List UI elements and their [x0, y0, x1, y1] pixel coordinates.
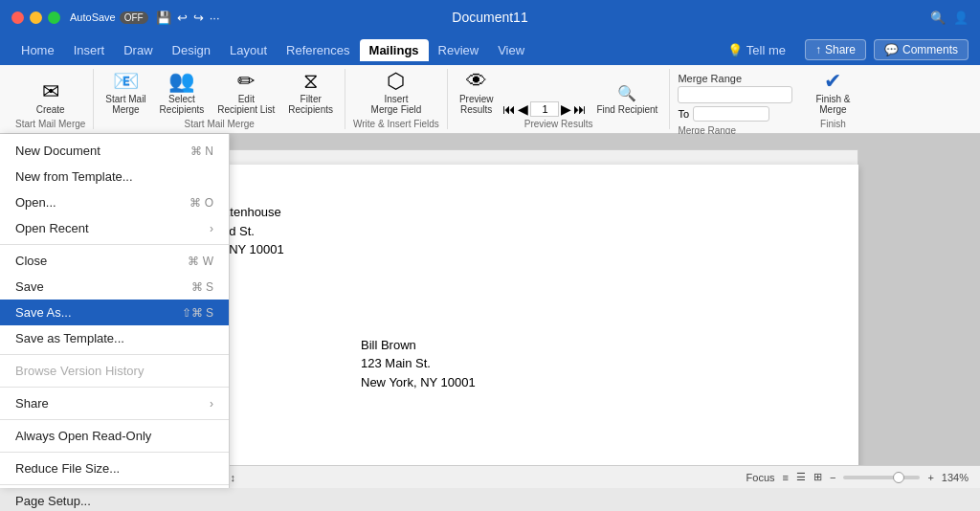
tell-me-label[interactable]: Tell me [746, 43, 786, 57]
search-icon[interactable]: 🔍 [930, 11, 946, 25]
finish-merge-button[interactable]: ✔ Finish &Merge [812, 69, 854, 117]
tab-insert[interactable]: Insert [64, 39, 115, 61]
tab-home[interactable]: Home [11, 39, 64, 61]
zoom-thumb[interactable] [893, 472, 904, 483]
menu-shortcut: ⌘ O [189, 196, 213, 210]
redo-icon[interactable]: ↪ [193, 11, 204, 25]
record-number-input[interactable] [530, 101, 559, 117]
share-button[interactable]: ↑ Share [805, 39, 866, 60]
menu-item-open---[interactable]: Open...⌘ O [0, 189, 229, 215]
mail-merge-icon: 📧 [113, 71, 139, 92]
ribbon-group-preview: 👁 PreviewResults ⏮ ◀ ▶ ⏭ 🔍 Find Recipien… [448, 69, 671, 129]
recipient-line1: 123 Main St. [361, 354, 811, 373]
comments-button[interactable]: 💬 Comments [874, 39, 969, 60]
preview-results-label: Preview Results [524, 117, 593, 129]
zoom-out-icon[interactable]: − [830, 472, 835, 483]
more-icon[interactable]: ··· [210, 11, 220, 25]
edit-recipient-list-button[interactable]: ✏ EditRecipient List [213, 69, 278, 117]
read-mode-icon[interactable]: ⊞ [813, 471, 822, 483]
tab-references[interactable]: References [277, 39, 359, 61]
sender-line1: 456 Second St. [169, 222, 811, 241]
ribbon-content: ✉ Create Start Mail Merge 📧 Start MailMe… [0, 65, 980, 134]
insert-field-icon: ⬡ [387, 71, 405, 92]
document-title: Document11 [452, 10, 527, 25]
share-icon: ↑ [815, 43, 821, 56]
first-record-icon[interactable]: ⏮ [502, 101, 516, 117]
title-right-buttons: 🔍 👤 [930, 11, 969, 25]
profile-icon[interactable]: 👤 [953, 11, 969, 25]
zoom-in-icon[interactable]: + [927, 472, 933, 483]
menu-shortcut: ⇧⌘ S [182, 306, 213, 320]
insert-merge-field-button[interactable]: ⬡ InsertMerge Field [368, 69, 426, 117]
menu-item-browse-version-history: Browse Version History [0, 358, 229, 384]
menu-separator [0, 419, 229, 420]
menu-item-save-as-template---[interactable]: Save as Template... [0, 325, 229, 351]
menu-item-new-document[interactable]: New Document⌘ N [0, 138, 229, 164]
menu-item-label: Close [15, 254, 47, 268]
last-record-icon[interactable]: ⏭ [573, 101, 587, 117]
menu-item-save-as---[interactable]: Save As...⇧⌘ S [0, 300, 229, 325]
ribbon-group-write-insert: ⬡ InsertMerge Field Write & Insert Field… [345, 69, 448, 129]
document-page[interactable]: Sandy Writtenhouse 456 Second St. New Yo… [122, 165, 858, 473]
create-button[interactable]: ✉ Create [32, 79, 70, 117]
menu-item-page-setup---[interactable]: Page Setup... [0, 488, 229, 511]
view-mode-icon[interactable]: ≡ [783, 472, 789, 483]
sender-name: Sandy Writtenhouse [169, 203, 811, 222]
submenu-arrow-icon: › [210, 397, 213, 411]
undo-icon[interactable]: ↩ [177, 11, 188, 25]
preview-results-button[interactable]: 👁 PreviewResults [456, 69, 498, 117]
merge-range-header: Merge Range [678, 73, 796, 84]
submenu-arrow-icon: › [210, 222, 213, 235]
menu-item-reduce-file-size---[interactable]: Reduce File Size... [0, 455, 229, 481]
filter-recipients-button[interactable]: ⧖ FilterRecipients [284, 69, 337, 117]
tab-design[interactable]: Design [163, 39, 220, 61]
merge-range-section: Merge Range To Merge Range [670, 69, 804, 129]
track-changes-icon[interactable]: ↕ [231, 472, 236, 483]
save-icon[interactable]: 💾 [156, 11, 171, 25]
menu-separator [0, 354, 229, 355]
tab-view[interactable]: View [488, 39, 534, 61]
find-icon: 🔍 [617, 84, 636, 102]
menu-item-save[interactable]: Save⌘ S [0, 274, 229, 300]
start-mail-merge-button[interactable]: 📧 Start MailMerge [101, 69, 149, 117]
menu-item-label: Save as Template... [15, 331, 124, 345]
file-menu: New Document⌘ NNew from Template...Open.… [0, 134, 230, 488]
find-recipient-button[interactable]: 🔍 Find Recipient [592, 82, 661, 117]
title-bar: AutoSave OFF 💾 ↩ ↪ ··· Document11 🔍 👤 [0, 0, 980, 34]
ribbon-tabs: Home Insert Draw Design Layout Reference… [0, 34, 980, 65]
maximize-button[interactable] [48, 11, 60, 24]
menu-item-new-from-template---[interactable]: New from Template... [0, 164, 229, 189]
menu-item-label: Save As... [15, 305, 72, 320]
tab-draw[interactable]: Draw [114, 39, 162, 61]
prev-record-icon[interactable]: ◀ [518, 101, 528, 117]
preview-icon: 👁 [466, 71, 487, 92]
zoom-slider[interactable] [843, 476, 920, 479]
merge-range-input[interactable] [678, 86, 792, 103]
select-recipients-button[interactable]: 👥 SelectRecipients [156, 69, 209, 117]
menu-item-always-open-read-only[interactable]: Always Open Read-Only [0, 423, 229, 449]
minimize-button[interactable] [30, 11, 42, 24]
to-label: To [678, 108, 689, 120]
outline-view-icon[interactable]: ☰ [796, 471, 806, 483]
menu-shortcut: ⌘ S [191, 280, 213, 294]
autosave-toggle[interactable]: OFF [120, 11, 148, 24]
horizontal-ruler [122, 149, 858, 165]
menu-item-close[interactable]: Close⌘ W [0, 248, 229, 274]
close-button[interactable] [11, 11, 24, 24]
menu-item-label: Reduce File Size... [15, 461, 120, 476]
focus-label[interactable]: Focus [746, 472, 775, 483]
filter-icon: ⧖ [303, 71, 318, 92]
tab-layout[interactable]: Layout [220, 39, 277, 61]
finish-icon: ✔ [824, 71, 841, 92]
menu-item-share[interactable]: Share› [0, 390, 229, 416]
merge-range-to-input[interactable] [693, 106, 769, 122]
recipient-name: Bill Brown [361, 336, 811, 355]
next-record-icon[interactable]: ▶ [561, 101, 571, 117]
zoom-level[interactable]: 134% [942, 472, 969, 483]
tell-me-area: 💡 Tell me [727, 43, 786, 57]
finish-label: Finish [820, 117, 846, 129]
tab-review[interactable]: Review [429, 39, 489, 61]
ribbon-group-finish: ✔ Finish &Merge Finish [804, 69, 861, 129]
tab-mailings[interactable]: Mailings [360, 39, 429, 61]
menu-item-open-recent[interactable]: Open Recent› [0, 215, 229, 241]
